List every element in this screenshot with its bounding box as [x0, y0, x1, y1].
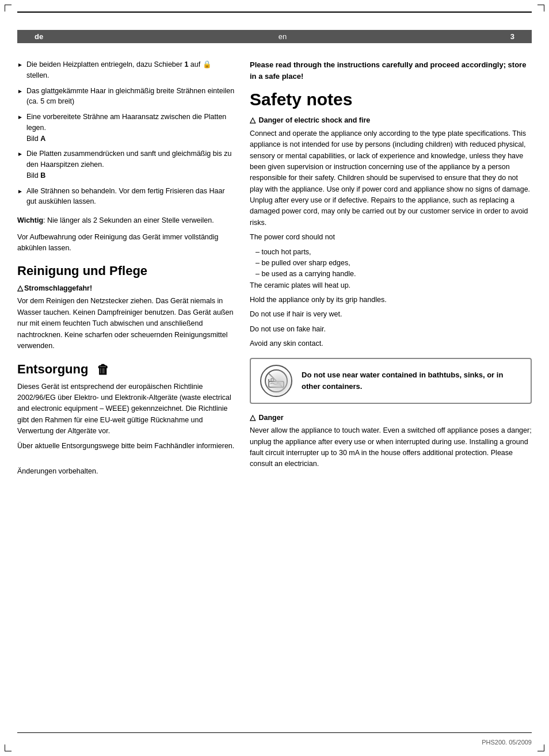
entsorgung-body: Dieses Gerät ist entsprechend der europä…	[17, 381, 236, 437]
content-columns: ► Die beiden Heizplatten entriegeln, daz…	[0, 49, 549, 498]
danger2-heading: △ Danger	[250, 412, 532, 423]
wichtig-note: Wichtig: Nie länger als 2 Sekunden an ei…	[17, 215, 236, 226]
water-warning-text: Do not use near water contained in batht…	[302, 369, 523, 392]
wet-hair-text: Do not use if hair is very wet.	[250, 309, 532, 320]
list-item-text: Alle Strähnen so behandeln. Vor dem fert…	[26, 186, 236, 208]
strom-body: Vor dem Reinigen den Netzstecker ziehen.…	[17, 296, 236, 352]
list-item-text: Eine vorbereitete Strähne am Haaransatz …	[26, 112, 236, 144]
header-bar: de en 3	[17, 30, 532, 43]
bullet-arrow-icon: ►	[17, 150, 23, 158]
lang-de-label: de	[35, 32, 43, 41]
left-column: ► Die beiden Heizplatten entriegeln, daz…	[17, 59, 236, 480]
svg-rect-1	[269, 381, 284, 387]
entsorgung-body2: Über aktuelle Entsorgungswege bitte beim…	[17, 441, 236, 452]
list-item: ► Die beiden Heizplatten entriegeln, daz…	[17, 59, 236, 81]
storage-note: Vor Aufbewahrung oder Reinigung das Gerä…	[17, 232, 236, 254]
bullet-arrow-icon: ►	[17, 60, 23, 69]
skin-text: Avoid any skin contact.	[250, 338, 532, 349]
danger-electric-heading: △ Danger of electric shock and fire	[250, 114, 532, 126]
danger2-body: Never allow the appliance to touch water…	[250, 425, 532, 470]
list-item-text: Das glattgekämmte Haar in gleichmäßig br…	[26, 86, 236, 108]
entsorgung-heading: Entsorgung 🗑	[17, 362, 236, 377]
intro-text: Please read through the instructions car…	[250, 59, 532, 82]
list-item-text: Die Platten zusammendrücken und sanft un…	[26, 148, 236, 181]
list-item: ► Alle Strähnen so behandeln. Vor dem fe…	[17, 186, 236, 208]
corner-bl	[5, 744, 12, 751]
power-cord-item-2: – be pulled over sharp edges,	[250, 258, 532, 269]
changes-text: Änderungen vorbehalten.	[17, 466, 236, 477]
reinigung-heading: Reinigung und Pflege	[17, 264, 236, 278]
wichtig-label: Wichtig	[17, 216, 43, 224]
warning-triangle-icon: △	[17, 284, 23, 292]
svg-point-0	[265, 370, 287, 392]
page-number: 3	[510, 32, 514, 41]
corner-tr	[537, 5, 544, 12]
safety-heading: Safety notes	[250, 90, 532, 109]
wichtig-text: : Nie länger als 2 Sekunden an einer Ste…	[43, 216, 214, 224]
corner-br	[537, 744, 544, 751]
water-warning-box: Do not use near water contained in batht…	[250, 358, 532, 404]
ceramic-text: The ceramic plates will heat up.	[250, 280, 532, 291]
warning-triangle-icon: △	[250, 116, 256, 124]
bullet-arrow-icon: ►	[17, 187, 23, 196]
power-cord-item-3: – be used as a carrying handle.	[250, 269, 532, 280]
bottom-rule	[17, 732, 532, 733]
water-warning-icon-area	[259, 365, 293, 397]
list-item-text: Die beiden Heizplatten entriegeln, dazu …	[26, 59, 236, 81]
list-item: ► Eine vorbereitete Strähne am Haaransat…	[17, 112, 236, 144]
top-rule	[17, 12, 532, 13]
footer: PHS200. 05/2009	[482, 739, 532, 746]
disposal-bin-icon: 🗑	[97, 362, 109, 377]
fake-hair-text: Do not use on fake hair.	[250, 324, 532, 335]
list-item: ► Die Platten zusammendrücken und sanft …	[17, 148, 236, 181]
strom-heading: △Stromschlaggefahr!	[17, 282, 236, 294]
lang-en-label: en	[55, 32, 510, 41]
page: de en 3 ► Die beiden Heizplatten entrieg…	[0, 0, 549, 756]
corner-tl	[5, 5, 12, 12]
list-item: ► Das glattgekämmte Haar in gleichmäßig …	[17, 86, 236, 108]
svg-rect-3	[271, 379, 273, 381]
footer-text: PHS200. 05/2009	[482, 739, 532, 746]
grip-text: Hold the appliance only by its grip hand…	[250, 295, 532, 306]
bullet-arrow-icon: ►	[17, 87, 23, 96]
svg-line-4	[269, 373, 284, 388]
danger-electric-body: Connect and operate the appliance only a…	[250, 128, 532, 228]
water-bathtub-icon	[260, 365, 292, 397]
right-column: Please read through the instructions car…	[250, 59, 532, 480]
instruction-list: ► Die beiden Heizplatten entriegeln, daz…	[17, 59, 236, 207]
bullet-arrow-icon: ►	[17, 113, 23, 121]
warning-triangle-icon-2: △	[250, 413, 256, 422]
power-cord-item-1: – touch hot parts,	[250, 247, 532, 258]
power-cord-intro: The power cord should not	[250, 232, 532, 243]
